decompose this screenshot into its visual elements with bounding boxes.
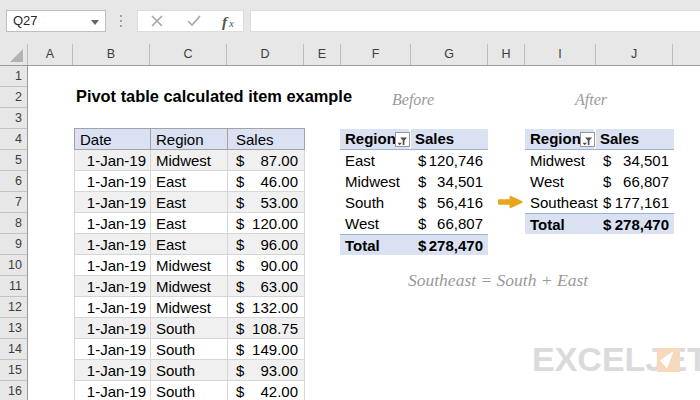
sheet: Pivot table calculated item example Befo… [29, 66, 700, 400]
source-data: DateRegionSales 1-Jan-19Midwest$87.00 1-… [74, 128, 305, 400]
select-all [0, 44, 28, 65]
row-headers: 1234 5678 9101112 13141516 [0, 66, 28, 400]
formula-bar[interactable] [250, 10, 700, 32]
formula-buttons: f x [137, 10, 244, 32]
name-box[interactable]: Q27 [6, 10, 106, 32]
pivot-before: Region Sales East$120,746 Midwest$34,501… [340, 129, 488, 255]
title: Pivot table calculated item example [76, 87, 352, 106]
label-before: Before [392, 91, 434, 109]
pivot-after: Region Sales Midwest$34,501 West$66,807 … [525, 129, 674, 234]
svg-text:f: f [222, 13, 229, 30]
label-formula: Southeast = South + East [408, 270, 588, 291]
column-headers: A B C D E F G H I J [0, 44, 700, 66]
toolbar: Q27 f x [0, 0, 700, 44]
excel-pivot-calculated-item-example: Q27 f x A B C D E F G H I J 1234 [0, 0, 700, 400]
logo-box [657, 348, 680, 372]
arrow [498, 195, 523, 209]
label-after: After [575, 91, 607, 109]
svg-text:x: x [228, 17, 234, 29]
